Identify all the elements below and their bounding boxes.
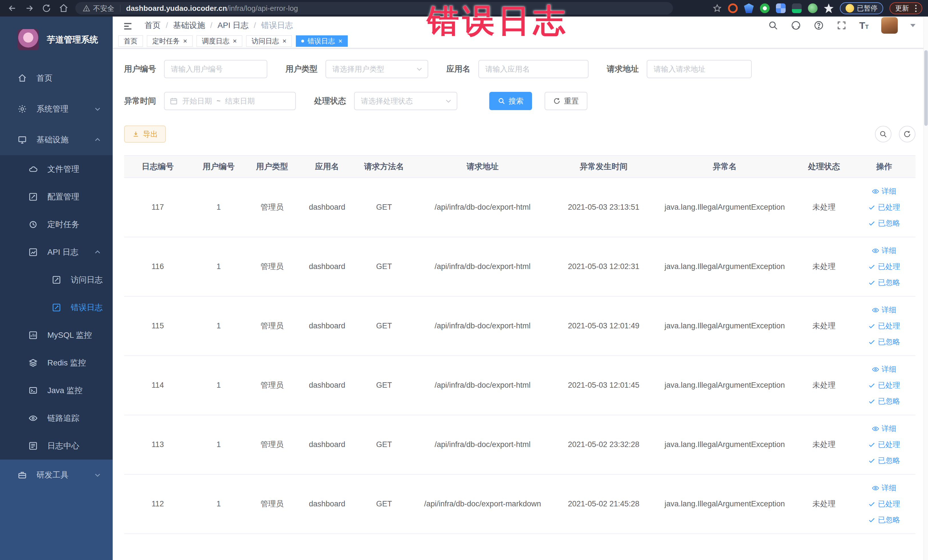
cell-status: 未处理 — [795, 320, 853, 331]
toggle-search-button[interactable] — [875, 126, 891, 142]
mark-processed-link[interactable]: 已处理 — [868, 320, 900, 331]
avatar-caret-icon[interactable] — [910, 24, 916, 27]
close-icon[interactable]: × — [183, 38, 187, 44]
url-domain[interactable]: dashboard.yudao.iocoder.cn — [126, 4, 227, 13]
github-icon[interactable] — [791, 20, 801, 31]
search-icon[interactable] — [768, 20, 778, 31]
sidebar-item-log-center[interactable]: 日志中心 — [0, 432, 113, 459]
back-icon[interactable] — [8, 3, 17, 13]
forward-icon[interactable] — [24, 3, 34, 13]
home-icon — [18, 73, 27, 83]
user-avatar[interactable] — [881, 17, 898, 34]
reload-icon[interactable] — [42, 3, 51, 13]
scrollbar-thumb[interactable] — [924, 50, 928, 126]
sidebar-item-error-log[interactable]: 错误日志 — [0, 293, 113, 321]
sidebar-item-label: 首页 — [37, 73, 52, 84]
export-button-label: 导出 — [143, 129, 158, 139]
sidebar-item-infrastructure[interactable]: 基础设施 — [0, 124, 113, 155]
app-logo[interactable]: 芋道管理系统 — [0, 17, 113, 63]
refresh-table-button[interactable] — [899, 126, 916, 142]
tab-access-log[interactable]: 访问日志 × — [246, 35, 292, 47]
font-size-icon[interactable]: TT — [859, 21, 868, 30]
mark-ignored-link[interactable]: 已忽略 — [868, 337, 900, 348]
sidebar-collapse-icon[interactable] — [122, 21, 133, 30]
security-label[interactable]: 不安全 — [93, 4, 114, 13]
sidebar-item-api-log[interactable]: API 日志 — [0, 238, 113, 266]
sidebar-item-redis-monitor[interactable]: Redis 监控 — [0, 349, 113, 377]
export-button[interactable]: 导出 — [124, 125, 166, 143]
fullscreen-icon[interactable] — [836, 20, 847, 31]
sidebar-item-trace[interactable]: 链路追踪 — [0, 404, 113, 432]
breadcrumb-item[interactable]: 首页 — [145, 20, 160, 31]
detail-link[interactable]: 详细 — [872, 483, 896, 493]
tab-home[interactable]: 首页 — [118, 35, 143, 47]
extension-icon-1[interactable] — [728, 3, 738, 13]
mark-ignored-link[interactable]: 已忽略 — [868, 515, 900, 525]
detail-link[interactable]: 详细 — [872, 364, 896, 375]
extension-icon-3[interactable] — [760, 3, 770, 13]
process-status-select[interactable] — [354, 92, 457, 110]
cell-actions: 详细 已处理 已忽略 — [853, 483, 916, 525]
reset-button[interactable]: 重置 — [545, 92, 588, 110]
mark-processed-link[interactable]: 已处理 — [868, 380, 900, 391]
request-url-input[interactable] — [647, 60, 752, 78]
browser-menu-icon[interactable] — [915, 5, 917, 12]
sidebar-item-access-log[interactable]: 访问日志 — [0, 266, 113, 293]
sidebar-item-devtools[interactable]: 研发工具 — [0, 459, 113, 490]
mark-processed-link[interactable]: 已处理 — [868, 499, 900, 510]
download-icon — [132, 130, 139, 138]
sidebar-item-scheduled-jobs[interactable]: 定时任务 — [0, 211, 113, 238]
detail-link[interactable]: 详细 — [872, 305, 896, 316]
detail-link[interactable]: 详细 — [872, 186, 896, 197]
close-icon[interactable]: × — [338, 38, 342, 44]
window-scrollbar[interactable] — [923, 17, 928, 560]
mark-processed-link[interactable]: 已处理 — [868, 261, 900, 272]
app-name-input[interactable] — [478, 60, 589, 78]
help-icon[interactable] — [814, 20, 824, 31]
tab-scheduled-jobs[interactable]: 定时任务 × — [147, 35, 192, 47]
mark-processed-link[interactable]: 已处理 — [868, 202, 900, 213]
breadcrumb-item[interactable]: API 日志 — [218, 20, 249, 31]
profile-paused-chip[interactable]: 已暂停 — [840, 2, 883, 14]
cloud-icon — [29, 165, 38, 174]
close-icon[interactable]: × — [233, 38, 237, 44]
sidebar-item-home[interactable]: 首页 — [0, 63, 113, 93]
close-icon[interactable]: × — [282, 38, 286, 44]
chrome-update-button[interactable]: 更新 — [890, 2, 922, 14]
sidebar: 芋道管理系统 首页 系统管理 基础设施 — [0, 17, 113, 560]
user-id-input[interactable] — [164, 60, 267, 78]
search-button[interactable]: 搜索 — [489, 92, 532, 110]
breadcrumb: 首页 / 基础设施 / API 日志 / 错误日志 — [145, 20, 293, 31]
tab-schedule-log[interactable]: 调度日志 × — [197, 35, 242, 47]
cell-status: 未处理 — [795, 261, 853, 272]
tab-error-log-active[interactable]: 错误日志 × — [296, 35, 348, 47]
mark-ignored-link[interactable]: 已忽略 — [868, 455, 900, 466]
mark-ignored-link[interactable]: 已忽略 — [868, 218, 900, 229]
mark-ignored-link[interactable]: 已忽略 — [868, 396, 900, 407]
search-icon — [498, 97, 505, 105]
check-icon — [868, 457, 876, 464]
detail-link[interactable]: 详细 — [872, 245, 896, 256]
sidebar-item-mysql-monitor[interactable]: MySQL 监控 — [0, 321, 113, 349]
sidebar-item-config-management[interactable]: 配置管理 — [0, 183, 113, 211]
extension-icon-4[interactable] — [776, 3, 786, 13]
extension-icon-2[interactable] — [744, 3, 754, 13]
extension-icon-7[interactable] — [824, 3, 833, 13]
breadcrumb-item[interactable]: 基础设施 — [173, 20, 205, 31]
home-icon[interactable] — [59, 3, 69, 13]
mark-processed-link[interactable]: 已处理 — [868, 439, 900, 450]
address-bar[interactable]: 不安全 dashboard.yudao.iocoder.cn /infra/lo… — [75, 2, 673, 15]
mark-ignored-link[interactable]: 已忽略 — [868, 277, 900, 288]
sidebar-item-system[interactable]: 系统管理 — [0, 93, 113, 124]
exception-time-range-picker[interactable]: 开始日期 ~ 结束日期 — [164, 92, 296, 110]
url-path[interactable]: /infra/log/api-error-log — [227, 4, 298, 13]
sidebar-item-java-monitor[interactable]: Java 监控 — [0, 377, 113, 404]
cell-app-name: dashboard — [298, 202, 356, 213]
detail-link[interactable]: 详细 — [872, 423, 896, 434]
sidebar-item-file-management[interactable]: 文件管理 — [0, 155, 113, 183]
extension-icon-5[interactable] — [792, 3, 801, 13]
table-header: 日志编号 用户编号 用户类型 应用名 请求方法名 请求地址 异常发生时间 异常名… — [124, 155, 916, 178]
extension-icon-6[interactable] — [808, 3, 818, 13]
bookmark-star-icon[interactable] — [713, 4, 722, 13]
user-type-select[interactable] — [325, 60, 428, 78]
